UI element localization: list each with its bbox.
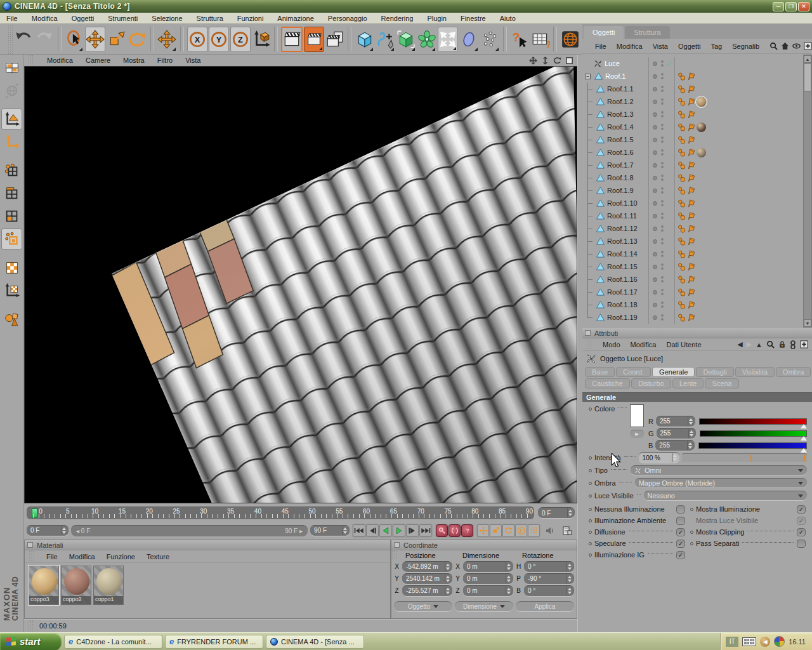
render-active-button[interactable]	[304, 27, 324, 52]
tab-dettagli[interactable]: Dettagli	[696, 367, 733, 377]
maximize-icon[interactable]	[565, 56, 573, 65]
render-visibility-dots[interactable]	[661, 175, 664, 181]
play-backward-button[interactable]	[379, 524, 392, 537]
materials-menu-texture[interactable]: Texture	[147, 553, 169, 560]
anim-dot[interactable]	[690, 542, 693, 545]
smoothing-tag-icon[interactable]	[687, 186, 695, 195]
menu-aiuto[interactable]: Aiuto	[500, 15, 516, 22]
key-parameter-button[interactable]: P	[515, 524, 527, 537]
smoothing-tag-icon[interactable]	[687, 224, 695, 233]
attr-menu-modo[interactable]: Modo	[603, 341, 620, 348]
editor-visibility-dot[interactable]	[653, 239, 657, 244]
tab-scena[interactable]: Scena	[705, 378, 738, 388]
attr-menu-dati-utente[interactable]: Dati Utente	[667, 341, 702, 348]
history-icon[interactable]	[790, 340, 796, 349]
menu-funzioni[interactable]: Funzioni	[237, 15, 264, 22]
lock-icon[interactable]	[778, 340, 786, 348]
tipo-dropdown[interactable]: Omni	[631, 465, 807, 475]
smoothing-tag-icon[interactable]	[687, 199, 695, 208]
material-thumb-coppo2[interactable]: coppo2	[61, 566, 91, 605]
menu-modifica[interactable]: Modifica	[32, 15, 58, 22]
tree-row-roof-1-12[interactable]: Roof.1.12	[582, 222, 803, 235]
smoothing-tag-icon[interactable]	[687, 262, 695, 271]
phong-tag-icon[interactable]	[678, 212, 686, 220]
key-rotation-button[interactable]	[502, 524, 514, 537]
phong-tag-icon[interactable]	[678, 85, 686, 93]
phong-tag-icon[interactable]	[678, 301, 686, 309]
editor-visibility-dot[interactable]	[653, 62, 657, 66]
visibility-toggles[interactable]	[648, 248, 675, 260]
om-menu-tag[interactable]: Tag	[710, 43, 722, 50]
spinner[interactable]	[566, 562, 572, 571]
phong-tag-icon[interactable]	[678, 110, 686, 119]
panel-splitter[interactable]	[577, 55, 582, 632]
anim-dot[interactable]	[589, 508, 592, 511]
render-visibility-dots[interactable]	[661, 276, 664, 282]
phong-tag-icon[interactable]	[678, 288, 686, 296]
menu-struttura[interactable]: Struttura	[197, 15, 223, 22]
add-hypernurbs-button[interactable]	[396, 27, 416, 52]
tree-row-roof-1[interactable]: −Roof.1	[582, 70, 803, 83]
tree-row-roof-1-16[interactable]: Roof.1.16	[582, 273, 803, 286]
visibility-toggles[interactable]	[648, 235, 675, 248]
render-visibility-dots[interactable]	[661, 187, 664, 194]
render-visibility-dots[interactable]	[661, 289, 664, 295]
editor-visibility-dot[interactable]	[653, 315, 657, 320]
channel-r-field[interactable]: 255	[656, 416, 695, 427]
render-visibility-dots[interactable]	[661, 225, 664, 232]
intensita-slider[interactable]	[682, 453, 807, 462]
taskbar-task[interactable]: eC4Dzone - La comunit...	[64, 635, 162, 649]
coordinate-system-button[interactable]	[252, 27, 272, 52]
editor-visibility-dot[interactable]	[653, 163, 657, 168]
back-icon[interactable]: ◀	[737, 340, 742, 348]
attributes-title-bar[interactable]: Attributi	[582, 328, 812, 338]
visibility-toggles[interactable]: ✓	[648, 57, 675, 70]
render-visibility-dots[interactable]	[661, 200, 664, 206]
phong-tag-icon[interactable]	[678, 136, 686, 144]
render-visibility-dots[interactable]	[661, 238, 664, 244]
om-menu-oggetti[interactable]: Oggetti	[678, 43, 700, 50]
clock[interactable]: 16.11	[789, 638, 806, 646]
checkbox[interactable]: ✓	[676, 540, 685, 548]
spinner[interactable]	[506, 574, 511, 583]
pan-icon[interactable]	[529, 56, 537, 65]
record-help-button[interactable]: ?	[461, 524, 473, 537]
add-array-button[interactable]	[417, 27, 437, 52]
sound-toggle[interactable]	[543, 524, 557, 537]
editor-visibility-dot[interactable]	[653, 227, 657, 231]
help-button[interactable]: ?	[510, 27, 530, 52]
smoothing-tag-icon[interactable]	[687, 72, 695, 81]
visibility-toggles[interactable]	[648, 260, 675, 273]
checkbox[interactable]	[797, 540, 806, 548]
visibility-toggles[interactable]	[648, 70, 675, 83]
panel-pin-icon[interactable]	[585, 330, 591, 336]
slider-handle[interactable]	[801, 424, 807, 428]
tree-row-roof-1-19[interactable]: Roof.1.19	[582, 311, 803, 324]
checkbox[interactable]: ✓	[676, 551, 685, 559]
attributes-grip[interactable]	[586, 338, 593, 350]
tree-scrollbar[interactable]: ▲ ▼	[803, 55, 812, 328]
menu-animazione[interactable]: Animazione	[277, 15, 313, 22]
maximize-button[interactable]: ❐	[785, 2, 797, 11]
viewport-menu-filtro[interactable]: Filtro	[157, 56, 173, 64]
channel-b-field[interactable]: 255	[655, 440, 695, 451]
position-z-field[interactable]: -255.527 m	[402, 585, 452, 597]
tree-row-roof-1-13[interactable]: Roof.1.13	[582, 235, 803, 248]
anim-dot[interactable]	[589, 482, 592, 485]
checkbox[interactable]	[676, 505, 685, 514]
spinner[interactable]	[688, 429, 694, 438]
current-frame-field[interactable]: 0 F	[538, 507, 575, 519]
phong-tag-icon[interactable]	[678, 98, 686, 106]
tab-generale[interactable]: Generale	[652, 367, 695, 377]
live-selection-button[interactable]	[65, 27, 84, 52]
editor-visibility-dot[interactable]	[653, 201, 657, 206]
rotation-p-field[interactable]: -90 °	[524, 573, 574, 585]
checkbox[interactable]: ✓	[676, 528, 685, 536]
visibility-toggles[interactable]	[648, 184, 675, 197]
ombra-dropdown[interactable]: Mappe Ombre (Morbide)	[635, 478, 807, 488]
dimension-mode-dropdown[interactable]: Dimensione	[455, 601, 513, 612]
smoothing-tag-icon[interactable]	[687, 173, 695, 182]
manager-tab-oggetti[interactable]: Oggetti	[584, 26, 624, 39]
visibility-toggles[interactable]	[648, 121, 675, 133]
editor-visibility-dot[interactable]	[653, 150, 657, 155]
